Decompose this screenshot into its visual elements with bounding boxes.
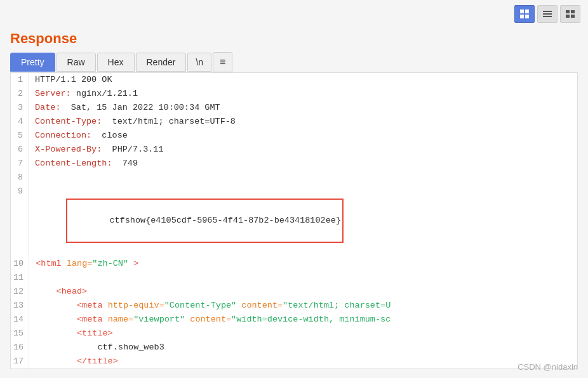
list-view-button[interactable] [537, 5, 558, 23]
code-line-16: 16 ctf.show_web3 [11, 341, 577, 355]
svg-rect-10 [571, 15, 575, 18]
code-line-3: 3 Date: Sat, 15 Jan 2022 10:00:34 GMT [11, 101, 577, 115]
line-num-9: 9 [11, 185, 29, 257]
line-content-13: <meta http-equiv="Content-Type" content=… [29, 299, 391, 313]
line-content-15: <title> [29, 327, 113, 341]
code-area: 1 HTTP/1.1 200 OK 2 Server: nginx/1.21.1… [10, 72, 578, 369]
svg-rect-2 [520, 15, 524, 18]
line-num-3: 3 [11, 101, 29, 115]
code-line-5: 5 Connection: close [11, 129, 577, 143]
line-content-7: Content-Length: 749 [29, 157, 138, 171]
tab-raw[interactable]: Raw [57, 53, 96, 72]
line-content-14: <meta name="viewport" content="width=dev… [29, 313, 391, 327]
line-num-13: 13 [11, 299, 29, 313]
menu-view-button[interactable] [560, 5, 580, 23]
code-line-15: 15 <title> [11, 327, 577, 341]
code-line-17: 17 </title> [11, 355, 577, 368]
line-content-3: Date: Sat, 15 Jan 2022 10:00:34 GMT [29, 101, 220, 115]
code-line-14: 14 <meta name="viewport" content="width=… [11, 313, 577, 327]
line-content-9: ctfshow{e4105cdf-5965-4f41-87b2-be434181… [29, 185, 344, 257]
code-line-8: 8 [11, 171, 577, 185]
line-num-6: 6 [11, 143, 29, 157]
line-content-5: Connection: close [29, 129, 128, 143]
code-line-1: 1 HTTP/1.1 200 OK [11, 73, 577, 87]
code-line-9: 9 ctfshow{e4105cdf-5965-4f41-87b2-be4341… [11, 185, 577, 257]
svg-rect-8 [571, 10, 575, 13]
line-num-1: 1 [11, 73, 29, 87]
code-line-10: 10 <html lang="zh-CN" > [11, 257, 577, 271]
line-content-8 [29, 171, 35, 185]
svg-rect-1 [525, 10, 529, 13]
svg-rect-4 [543, 11, 552, 12]
svg-rect-3 [525, 15, 529, 18]
grid-view-button[interactable] [514, 5, 535, 23]
line-content-16: ctf.show_web3 [29, 341, 164, 355]
line-content-11 [29, 271, 36, 285]
line-content-17: </title> [29, 355, 118, 368]
response-title: Response [0, 28, 588, 52]
line-num-7: 7 [11, 157, 29, 171]
tab-render[interactable]: Render [136, 53, 187, 72]
tab-pretty[interactable]: Pretty [10, 53, 55, 72]
line-content-1: HTTP/1.1 200 OK [29, 73, 112, 87]
line-content-4: Content-Type: text/html; charset=UTF-8 [29, 115, 236, 129]
watermark: CSDN @nidaxin [518, 362, 578, 372]
code-line-4: 4 Content-Type: text/html; charset=UTF-8 [11, 115, 577, 129]
top-bar [0, 0, 588, 28]
tab-hex[interactable]: Hex [97, 53, 135, 72]
line-num-5: 5 [11, 129, 29, 143]
line-num-15: 15 [11, 327, 29, 341]
svg-rect-5 [543, 13, 552, 15]
line-num-8: 8 [11, 171, 29, 185]
line-num-4: 4 [11, 115, 29, 129]
tab-menu[interactable]: ≡ [213, 52, 232, 72]
code-line-6: 6 X-Powered-By: PHP/7.3.11 [11, 143, 577, 157]
code-line-11: 11 [11, 271, 577, 285]
line-content-6: X-Powered-By: PHP/7.3.11 [29, 143, 164, 157]
code-line-7: 7 Content-Length: 749 [11, 157, 577, 171]
line-num-17: 17 [11, 355, 29, 368]
code-line-2: 2 Server: nginx/1.21.1 [11, 87, 577, 101]
ctf-flag-text: ctfshow{e4105cdf-5965-4f41-87b2-be434181… [109, 216, 341, 225]
tabs-bar: Pretty Raw Hex Render \n ≡ [0, 52, 588, 72]
svg-rect-0 [520, 10, 524, 13]
code-line-13: 13 <meta http-equiv="Content-Type" conte… [11, 299, 577, 313]
line-num-11: 11 [11, 271, 29, 285]
tab-newline[interactable]: \n [187, 53, 211, 72]
line-content-12: <head> [29, 285, 87, 299]
line-num-2: 2 [11, 87, 29, 101]
code-line-12: 12 <head> [11, 285, 577, 299]
line-num-16: 16 [11, 341, 29, 355]
svg-rect-6 [543, 16, 552, 17]
line-num-12: 12 [11, 285, 29, 299]
ctf-flag-box: ctfshow{e4105cdf-5965-4f41-87b2-be434181… [66, 199, 344, 243]
svg-rect-9 [566, 15, 570, 18]
line-num-10: 10 [11, 257, 29, 271]
line-content-10: <html lang="zh-CN" > [29, 257, 138, 271]
line-content-2: Server: nginx/1.21.1 [29, 87, 138, 101]
line-num-14: 14 [11, 313, 29, 327]
svg-rect-7 [566, 10, 570, 13]
